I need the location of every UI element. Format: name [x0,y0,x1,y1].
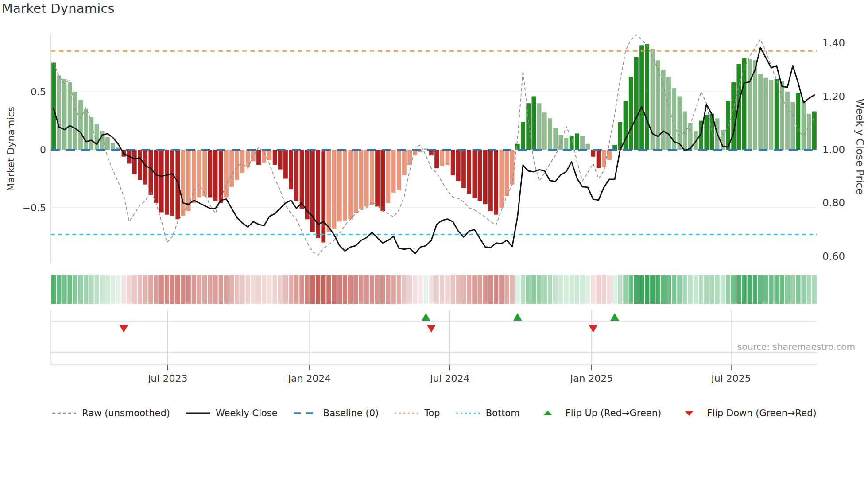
oscillator-bar [170,150,174,216]
legend-item-6: Flip Down (Green→Red) [676,408,816,418]
oscillator-bar [807,114,811,150]
heatmap-cell [510,275,514,304]
oscillator-bar [570,136,574,150]
oscillator-bar [639,45,644,150]
oscillator-bar [564,138,569,150]
oscillator-bar [359,150,364,209]
heatmap-cell [181,275,185,304]
heatmap-cell [774,275,779,304]
heatmap-cell [208,275,212,304]
heatmap-cell [224,275,229,304]
heatmap-cell [688,275,693,304]
heatmap-cell [78,275,83,304]
oscillator-bar [84,109,88,150]
oscillator-bar [790,102,795,150]
oscillator-bar [348,150,353,219]
heatmap-cell [704,275,709,304]
heatmap-cell [192,275,196,304]
oscillator-bar [440,150,444,166]
oscillator-bar [235,150,239,180]
oscillator-bar [488,150,493,211]
heatmap-cell [111,275,115,304]
heatmap-cell [666,275,671,304]
heatmap-cell [402,275,407,304]
heatmap-cell [267,275,271,304]
heatmap-cell [645,275,649,304]
oscillator-bar [391,150,396,193]
heatmap-cell [170,275,174,304]
heatmap-cell [672,275,676,304]
oscillator-bar [240,150,245,173]
triangle-up-icon [535,409,561,417]
heatmap-cell [316,275,320,304]
heatmap-cell [596,275,601,304]
heatmap-cell [526,275,531,304]
left-axis-tick: 0.5 [31,86,46,97]
oscillator-bar [165,150,169,215]
chart-legend: Raw (unsmoothed)Weekly CloseBaseline (0)… [0,408,868,418]
heatmap-cell [321,275,326,304]
legend-label: Bottom [486,408,520,418]
heatmap-cell [477,275,482,304]
solid-line-icon [185,409,211,417]
heatmap-cell [796,275,800,304]
heatmap-cell [94,275,99,304]
heatmap-cell [558,275,563,304]
oscillator-bar [548,118,552,150]
oscillator-bar [796,93,800,150]
heatmap-cell [424,275,428,304]
oscillator-bar [380,150,385,211]
oscillator-bar [802,102,806,150]
heatmap-cell [175,275,180,304]
oscillator-bar [159,150,164,212]
oscillator-bar [731,82,736,150]
oscillator-bar [499,150,504,208]
heatmap-cell [116,275,120,304]
oscillator-bar [149,150,153,195]
heatmap-cell [391,275,395,304]
heatmap-cell [677,275,682,304]
heatmap-cell [699,275,703,304]
oscillator-bar [532,97,536,150]
oscillator-bar [597,150,601,168]
heatmap-cell [165,275,169,304]
oscillator-bar [251,150,256,161]
oscillator-bar [208,150,213,197]
heatmap-cell [612,275,617,304]
heatmap-cell [585,275,590,304]
heatmap-cell [623,275,628,304]
heatmap-cell [748,275,752,304]
x-axis-tick-label: Jul 2023 [147,373,188,384]
oscillator-bar [364,150,369,206]
oscillator-bar [57,75,61,150]
oscillator-bar [461,150,466,188]
heatmap-cell [262,275,266,304]
oscillator-bar [267,150,272,160]
oscillator-bar [407,150,412,165]
dotted-line-icon [455,409,481,417]
heatmap-cell [154,275,158,304]
heatmap-cell [332,275,336,304]
legend-label: Raw (unsmoothed) [82,408,170,418]
heatmap-cell [294,275,298,304]
flip-down-marker [427,325,436,333]
right-axis-tick: 1.00 [822,144,845,155]
heatmap-cell [521,275,525,304]
heatmap-cell [801,275,806,304]
heatmap-cell [472,275,477,304]
heatmap-cell [283,275,288,304]
heatmap-cell [57,275,61,304]
oscillator-bar [553,128,558,150]
heatmap-cell [337,275,342,304]
heatmap-cell [186,275,190,304]
left-axis-tick: 0 [40,144,46,155]
oscillator-bar [785,92,790,150]
oscillator-bar [219,150,223,203]
heatmap-cell [407,275,412,304]
heatmap-cell [515,275,520,304]
heatmap-cell [790,275,795,304]
oscillator-bar [375,150,380,206]
heatmap-cell [548,275,552,304]
heatmap-cell [450,275,455,304]
heatmap-cell [655,275,660,304]
